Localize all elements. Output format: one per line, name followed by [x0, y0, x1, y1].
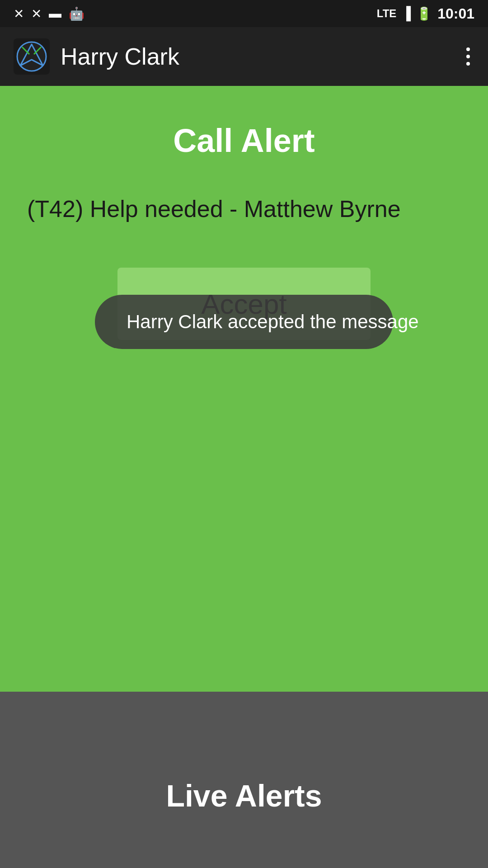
- svg-point-0: [17, 42, 46, 71]
- call-alert-title: Call Alert: [173, 122, 314, 159]
- status-bar-left: ✕ ✕ ▬ 🤖: [14, 6, 84, 21]
- main-content: Call Alert (T42) Help needed - Matthew B…: [0, 86, 488, 692]
- sim-icon: ▬: [49, 6, 61, 21]
- battery-icon: 🔋: [416, 6, 432, 21]
- menu-dot-3: [466, 62, 470, 66]
- accept-button-container: Accept Harry Clark accepted the message: [117, 268, 371, 340]
- lte-label: LTE: [377, 7, 397, 20]
- wifi-cross-icon: ✕: [31, 6, 42, 21]
- toast-notification: Harry Clark accepted the message: [95, 295, 393, 349]
- toast-message: Harry Clark accepted the message: [127, 311, 419, 332]
- bottom-section: Live Alerts: [0, 692, 488, 868]
- android-icon: 🤖: [69, 6, 84, 21]
- signal-bars-icon: ▐: [402, 6, 411, 21]
- live-alerts-title: Live Alerts: [166, 778, 322, 813]
- menu-dot-2: [466, 55, 470, 58]
- more-options-button[interactable]: [462, 43, 474, 70]
- menu-dot-1: [466, 47, 470, 51]
- app-bar-left: Harry Clark: [14, 38, 179, 75]
- signal-cross-icon: ✕: [14, 6, 24, 21]
- status-bar: ✕ ✕ ▬ 🤖 LTE ▐ 🔋 10:01: [0, 0, 488, 27]
- app-logo: [14, 38, 50, 75]
- alert-message: (T42) Help needed - Matthew Byrne: [27, 195, 401, 222]
- status-time: 10:01: [437, 5, 474, 22]
- app-bar: Harry Clark: [0, 27, 488, 86]
- app-title: Harry Clark: [61, 43, 179, 70]
- status-bar-right: LTE ▐ 🔋 10:01: [377, 5, 474, 22]
